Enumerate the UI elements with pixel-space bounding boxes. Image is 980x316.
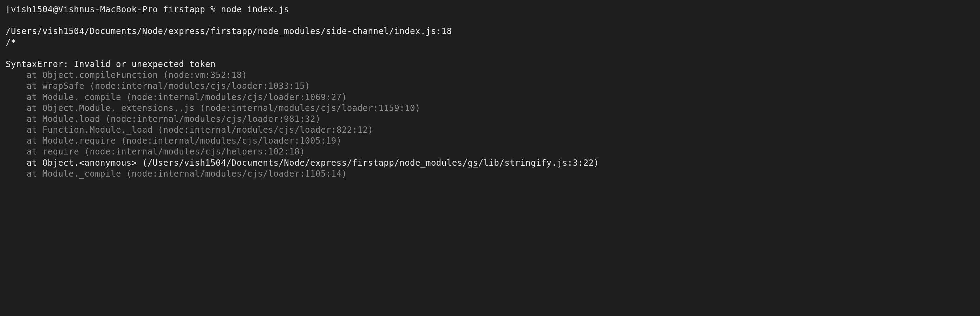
error-snippet: /*: [6, 37, 974, 48]
error-type: SyntaxError:: [6, 59, 68, 69]
stack-frame: at Object.Module._extensions..js (node:i…: [6, 103, 974, 114]
prompt-dir: firstapp: [163, 5, 205, 14]
terminal-output[interactable]: [vish1504@Vishnus-MacBook-Pro firstapp %…: [6, 4, 974, 179]
error-header: SyntaxError: Invalid or unexpected token: [6, 59, 974, 70]
prompt-line: [vish1504@Vishnus-MacBook-Pro firstapp %…: [6, 4, 974, 15]
stack-frame: at Module.load (node:internal/modules/cj…: [6, 114, 974, 125]
prompt-symbol: %: [210, 5, 216, 14]
stack-frame: at Function.Module._load (node:internal/…: [6, 125, 974, 135]
prompt-user-host: vish1504@Vishnus-MacBook-Pro: [11, 5, 158, 14]
stack-frame: at require (node:internal/modules/cjs/he…: [6, 146, 974, 157]
stack-frame: at Object.compileFunction (node:vm:352:1…: [6, 70, 974, 81]
blank-line: [6, 15, 974, 26]
blank-line: [6, 48, 974, 59]
stack-frame: at Module._compile (node:internal/module…: [6, 92, 974, 103]
stack-frame-highlight: at Object.<anonymous> (/Users/vish1504/D…: [6, 158, 974, 168]
command-text: node index.js: [221, 5, 289, 14]
stack-frame: at Module._compile (node:internal/module…: [6, 168, 974, 179]
stack-frame: at wrapSafe (node:internal/modules/cjs/l…: [6, 81, 974, 92]
error-message: Invalid or unexpected token: [74, 59, 216, 69]
error-file-path: /Users/vish1504/Documents/Node/express/f…: [6, 26, 974, 37]
stack-frame: at Module.require (node:internal/modules…: [6, 135, 974, 146]
underlined-module: qs: [468, 158, 479, 168]
prompt-open-bracket: [: [6, 5, 11, 14]
